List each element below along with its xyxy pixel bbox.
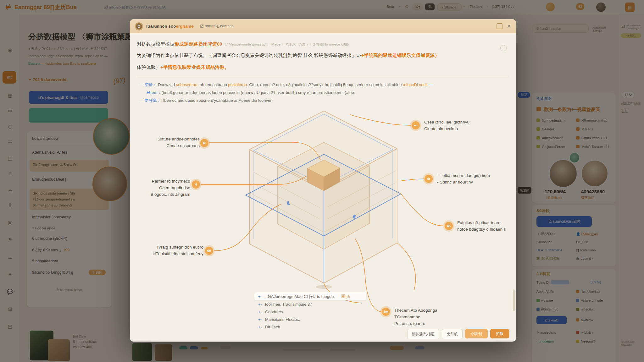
screen: ⊭ Eanmggar 89∏企历Bue µ3 arligrso 费参cb V79…	[0, 0, 644, 362]
annotation-badge-l2[interactable]: 4	[192, 180, 200, 189]
checklist-row[interactable]: +-Mansiloini, Flrzaoc,	[258, 317, 300, 322]
primary-light-button[interactable]: 小喷刊	[465, 329, 488, 338]
modal-scrollbar[interactable]	[513, 289, 515, 311]
checklist-row[interactable]: +-Dit 3ach	[258, 325, 280, 329]
checklist-extra: 圃|]a	[341, 293, 350, 299]
annotation-badge-r3[interactable]: 45	[445, 222, 453, 230]
annotation-badge-l3[interactable]: 00	[205, 247, 213, 255]
secondary-button-1[interactable]: 润账测乱相证	[407, 329, 439, 339]
checklist-row[interactable]: +-toor hee, Tradilsimpaie 37	[258, 302, 312, 307]
annotation-r1: Csea lzrrol lae, gicfnnvu:Ciente almavcl…	[424, 119, 500, 132]
annotation-l1: Slitture anddelonnotesChnae dcsproaes	[139, 136, 200, 149]
annotation-l2: Parmer rd thcyrnecdOctm-tag dindseBlogdo…	[136, 178, 190, 198]
detail-modal: O lSarunnon sooergname 籃 romeni右edmada ✕…	[130, 19, 516, 342]
annotation-badge-r2[interactable]: 4r	[425, 175, 433, 183]
annotation-badge-r1[interactable]: ⋯	[412, 121, 420, 129]
annotation-badge-l1[interactable]: N	[200, 139, 208, 147]
checklist-row-highlight[interactable]: +—GAJureorregmMae CI (+U-ts tuogoe 圃|]a	[254, 292, 366, 300]
primary-button[interactable]: 招服	[490, 329, 509, 338]
annotation-r3: Futullos oft-pticar tr'arc;nofoe bdagtts…	[457, 219, 514, 233]
annotation-l3: IVraig surtegn don eucrokiTunistiti trib…	[142, 244, 203, 257]
secondary-button-2[interactable]: 比每帆	[442, 329, 463, 339]
annotation-r4: Thecem Ato AoogdngaTGmmaamaePelae cn, tg…	[394, 307, 464, 327]
checklist-row[interactable]: +-Goodores	[258, 310, 283, 314]
modal-footer: 润账测乱相证 比每帆 小喷刊 招服	[130, 329, 509, 339]
annotation-r2: — elbJ msrlm-Llas-gio) tiqtb- Sdnnc ar r…	[437, 172, 513, 185]
annotation-badge-r4[interactable]: 1m	[382, 308, 390, 316]
